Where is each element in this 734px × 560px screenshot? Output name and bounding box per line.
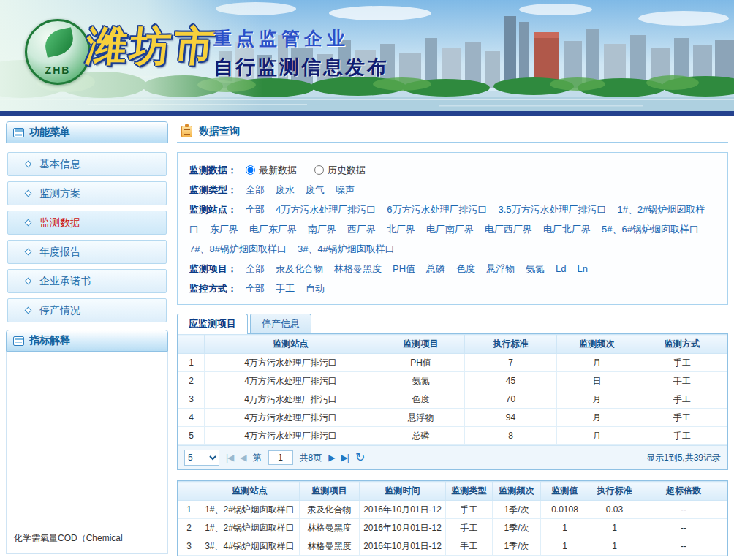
column-header: 监测站点 — [200, 482, 300, 501]
monitoring-items-panel: 监测站点监测项目执行标准监测频次监测方式14万方污水处理厂排污口PH值7月手工2… — [177, 333, 728, 470]
filter-option-link[interactable]: 自动 — [306, 283, 325, 294]
filter-option-link[interactable]: 3#、4#锅炉烟囱取样口 — [298, 243, 395, 254]
filter-option-link[interactable]: 林格曼黑度 — [334, 263, 382, 274]
table-cell: 手工 — [446, 519, 493, 537]
tab[interactable]: 停产信息 — [250, 314, 311, 333]
filter-option-link[interactable]: 全部 — [246, 263, 265, 274]
page-size-select[interactable]: 5 — [184, 450, 219, 466]
sidebar-menu: 基本信息监测方案监测数据年度报告企业承诺书停产情况 — [6, 143, 168, 330]
radio-input[interactable] — [246, 165, 255, 175]
column-header: 监测频次 — [493, 482, 541, 501]
filter-option-link[interactable]: 废水 — [276, 184, 295, 195]
filter-option-link[interactable]: 悬浮物 — [486, 263, 515, 274]
sidebar-item[interactable]: 年度报告 — [7, 240, 167, 264]
filter-option-link[interactable]: 全部 — [246, 184, 265, 195]
clipboard-icon — [181, 126, 192, 137]
radio-option[interactable]: 历史数据 — [314, 164, 366, 175]
radio-option[interactable]: 最新数据 — [246, 164, 297, 175]
menu-icon — [13, 128, 24, 137]
sidebar-item[interactable]: 企业承诺书 — [7, 269, 167, 293]
table-cell: -- — [640, 501, 727, 519]
table-row: 11#、2#锅炉烟囱取样口汞及化合物2016年10月01日-12手工1季/次0.… — [178, 501, 727, 519]
filter-option-link[interactable]: 手工 — [276, 283, 295, 294]
table-cell: 手工 — [637, 409, 727, 427]
table-cell: 1 — [589, 537, 640, 556]
first-page-button[interactable]: |◀ — [226, 453, 233, 463]
filter-label: 监测站点： — [189, 204, 237, 215]
table-cell: 4万方污水处理厂排污口 — [205, 372, 377, 390]
filter-label: 监测项目： — [189, 263, 237, 274]
table-cell: 手工 — [446, 537, 493, 556]
filter-option-link[interactable]: 电厂北厂界 — [543, 224, 591, 235]
filter-option-link[interactable]: 4万方污水处理厂排污口 — [276, 204, 376, 215]
filter-option-link[interactable]: 废气 — [306, 184, 325, 195]
table-cell: -- — [640, 537, 727, 556]
table-cell: 月 — [557, 409, 637, 427]
filter-option-link[interactable]: 电厂东厂界 — [249, 224, 297, 235]
filter-option-link[interactable]: 5#、6#锅炉烟囱取样口 — [602, 224, 699, 235]
table-cell: 手工 — [446, 501, 493, 519]
table-cell: 4万方污水处理厂排污口 — [205, 390, 377, 409]
column-header: 监测值 — [541, 482, 589, 501]
column-header — [178, 335, 205, 354]
filter-option-link[interactable]: 南厂界 — [308, 224, 336, 235]
table-cell: 手工 — [637, 390, 727, 409]
table-row: 33#、4#锅炉烟囱取样口林格曼黑度2016年10月01日-12手工1季/次11… — [178, 537, 727, 556]
filter-option-link[interactable]: 东厂界 — [210, 224, 238, 235]
sidebar-item[interactable]: 监测方案 — [7, 181, 167, 205]
column-header: 执行标准 — [589, 482, 640, 501]
refresh-button[interactable]: ↻ — [355, 452, 364, 463]
table-cell: 1 — [541, 537, 589, 556]
table-cell: 林格曼黑度 — [300, 519, 360, 537]
table-cell: 氨氮 — [377, 372, 465, 390]
filter-option-link[interactable]: Ld — [556, 263, 566, 274]
filter-option-link[interactable]: 7#、8#锅炉烟囱取样口 — [189, 243, 287, 254]
sidebar-item-label: 基本信息 — [39, 158, 80, 171]
table-cell: 94 — [465, 409, 557, 427]
table-cell: 2016年10月01日-12 — [360, 519, 446, 537]
page-number-input[interactable] — [268, 450, 293, 465]
filter-label: 监测数据： — [189, 164, 237, 175]
sidebar-item-label: 监测数据 — [39, 216, 80, 230]
filter-option-link[interactable]: PH值 — [393, 263, 415, 274]
filter-option-link[interactable]: 氨氮 — [526, 263, 545, 274]
filter-option-link[interactable]: 色度 — [456, 263, 475, 274]
sidebar-item[interactable]: 监测数据 — [7, 211, 167, 235]
filter-option-link[interactable]: 北厂界 — [387, 224, 415, 235]
filter-option-link[interactable]: 全部 — [246, 283, 265, 294]
monitoring-data-panel: 监测站点监测项目监测时间监测类型监测频次监测值执行标准超标倍数11#、2#锅炉烟… — [177, 480, 728, 556]
next-page-button[interactable]: ▶ — [328, 453, 334, 463]
filter-row: 监测项目：全部汞及化合物林格曼黑度PH值总磷色度悬浮物氨氮LdLn — [189, 259, 719, 279]
table-cell: 3#、4#锅炉烟囱取样口 — [200, 537, 300, 556]
filter-option-link[interactable]: Ln — [578, 263, 588, 274]
filter-option-link[interactable]: 电厂南厂界 — [426, 224, 474, 235]
table-cell: 4 — [178, 409, 205, 427]
table-cell: 2 — [178, 519, 200, 537]
filter-option-link[interactable]: 西厂界 — [347, 224, 376, 235]
pagination-bar: 5 |◀ ◀ 第 共8页 ▶ ▶| ↻ 显示1到5,共39记录 — [178, 445, 727, 469]
table-cell: 日 — [557, 372, 637, 390]
function-menu-header: 功能菜单 — [6, 121, 168, 143]
filter-option-link[interactable]: 全部 — [246, 204, 265, 215]
table-cell: 5 — [178, 427, 205, 445]
filter-option-link[interactable]: 3.5万方污水处理厂排污口 — [498, 204, 606, 215]
filter-option-link[interactable]: 汞及化合物 — [276, 263, 323, 274]
pagination-summary: 显示1到5,共39记录 — [646, 452, 721, 464]
indicator-title: 指标解释 — [29, 334, 70, 347]
radio-input[interactable] — [314, 165, 324, 175]
filter-option-link[interactable]: 6万方污水处理厂排污口 — [387, 204, 487, 215]
table-cell: 色度 — [377, 390, 465, 409]
filter-option-link[interactable]: 总磷 — [426, 263, 445, 274]
filter-option-link[interactable]: 噪声 — [336, 184, 355, 195]
diamond-icon — [25, 249, 32, 256]
tab[interactable]: 应监测项目 — [177, 314, 248, 333]
sidebar-item[interactable]: 基本信息 — [7, 152, 167, 176]
table-cell: 70 — [465, 390, 557, 409]
column-header: 监测频次 — [557, 335, 637, 354]
filter-option-link[interactable]: 电厂西厂界 — [485, 224, 532, 235]
sidebar: 功能菜单 基本信息监测方案监测数据年度报告企业承诺书停产情况 指标解释 化学需氧… — [6, 121, 168, 554]
prev-page-button[interactable]: ◀ — [240, 453, 246, 463]
sidebar-item[interactable]: 停产情况 — [7, 298, 167, 322]
last-page-button[interactable]: ▶| — [341, 453, 349, 463]
banner-title-line2: 自行监测信息发布 — [213, 54, 389, 80]
